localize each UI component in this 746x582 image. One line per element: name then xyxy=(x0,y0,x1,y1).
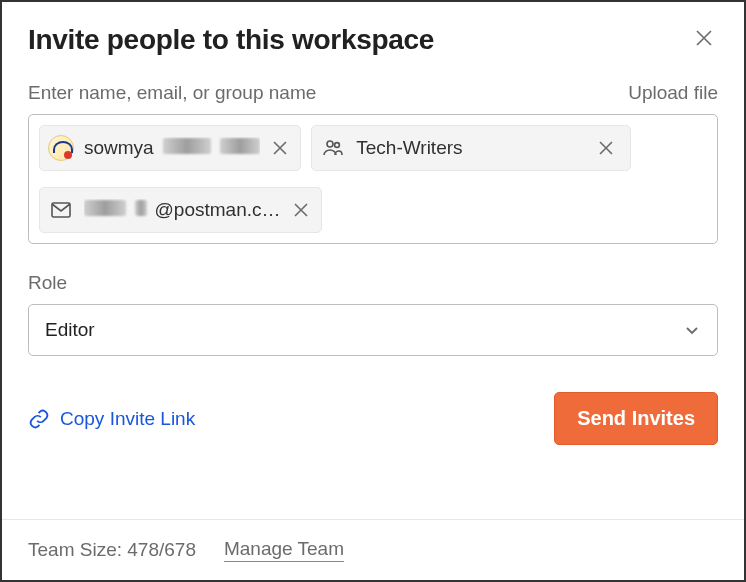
role-select-value: Editor xyxy=(45,319,95,341)
email-icon xyxy=(48,197,74,223)
chevron-down-icon xyxy=(683,321,701,339)
group-icon xyxy=(320,135,346,161)
chip-remove-button[interactable] xyxy=(596,138,616,158)
close-icon xyxy=(272,140,288,156)
role-field-label: Role xyxy=(28,272,718,294)
close-icon xyxy=(598,140,614,156)
dialog-footer: Team Size: 478/678 Manage Team xyxy=(2,519,744,580)
close-icon xyxy=(694,28,714,48)
copy-invite-link-button[interactable]: Copy Invite Link xyxy=(28,408,195,430)
manage-team-link[interactable]: Manage Team xyxy=(224,538,344,562)
invitees-input[interactable]: sowmya Tech-Writers xyxy=(28,114,718,244)
copy-invite-link-label: Copy Invite Link xyxy=(60,408,195,430)
chip-label: sowmya xyxy=(84,137,260,159)
avatar-icon xyxy=(48,135,74,161)
role-select[interactable]: Editor xyxy=(28,304,718,356)
invitee-chip-email[interactable]: @postman.c… xyxy=(39,187,322,233)
link-icon xyxy=(28,408,50,430)
invitee-chip-group[interactable]: Tech-Writers xyxy=(311,125,631,171)
close-button[interactable] xyxy=(690,24,718,52)
svg-point-0 xyxy=(327,141,333,147)
dialog-title: Invite people to this workspace xyxy=(28,24,434,56)
chip-remove-button[interactable] xyxy=(270,138,290,158)
upload-file-link[interactable]: Upload file xyxy=(628,82,718,104)
chip-label: Tech-Writers xyxy=(356,137,586,159)
team-size-text: Team Size: 478/678 xyxy=(28,539,196,561)
invitees-field-label: Enter name, email, or group name xyxy=(28,82,316,104)
close-icon xyxy=(293,202,309,218)
chip-label: @postman.c… xyxy=(84,199,281,221)
send-invites-button[interactable]: Send Invites xyxy=(554,392,718,445)
chip-remove-button[interactable] xyxy=(291,200,311,220)
invitee-chip-user[interactable]: sowmya xyxy=(39,125,301,171)
svg-point-1 xyxy=(335,143,340,148)
